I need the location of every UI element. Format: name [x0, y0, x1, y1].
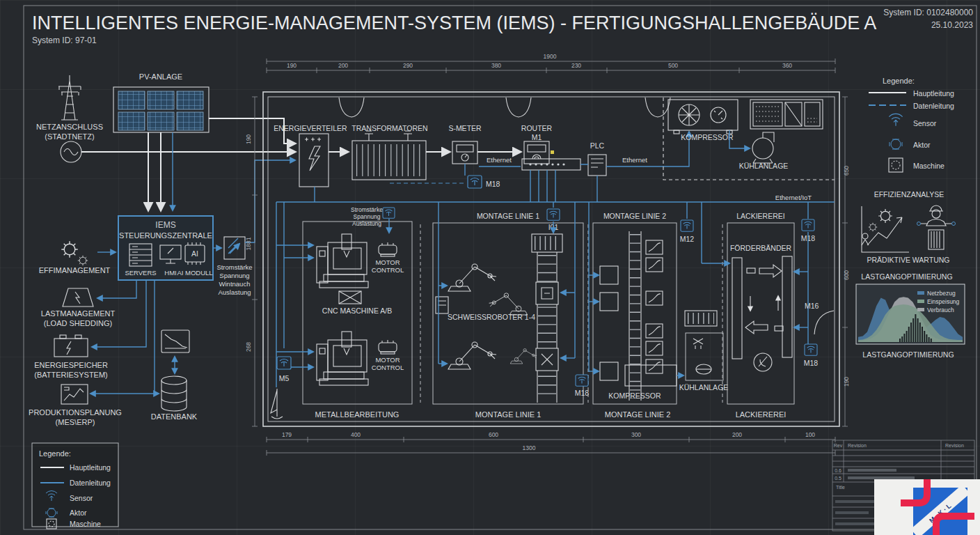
kompressor-zone-label: KOMPRESSOR	[608, 391, 661, 400]
pv-label: PV-ANLAGE	[139, 72, 182, 81]
led-indicator	[551, 150, 554, 154]
dim: 190	[287, 62, 297, 69]
ethernet-label: Ethernet	[487, 156, 512, 164]
dim: 100	[805, 431, 815, 438]
dim: 380	[491, 62, 501, 69]
dim: 200	[338, 62, 348, 69]
distribution-box	[299, 134, 329, 187]
striped-unit	[685, 311, 717, 326]
motor-control-icon	[379, 242, 397, 256]
batteriesystem-label: (BATTERIESYSTEM)	[34, 371, 108, 379]
legend-sensor: Sensor	[913, 119, 937, 127]
energieverteiler: ENERGIEVERTEILER	[274, 124, 347, 202]
plc-box	[588, 155, 606, 176]
monitor-box	[646, 240, 663, 254]
transformatoren-label: TRANSFORMATOREN	[351, 124, 427, 132]
measurement-node: Stromstärke Spannung Wintnauch Auslastun…	[213, 160, 295, 296]
dim: 600	[489, 431, 498, 438]
north-arrow-icon	[271, 389, 283, 419]
tb-row-no: 0.5	[835, 476, 841, 481]
m18-label: M18	[575, 389, 590, 397]
iems-title2: STEUERUNGSZENTRALE	[119, 231, 212, 240]
netzanschluss-label: NETZANSCHLUSS	[36, 123, 103, 131]
schweissroboter-label: SCHWEISSROBOTER 1-4	[448, 313, 535, 321]
motor-control-icon	[379, 340, 397, 354]
lastgangoptimierung: LASTGANGOPTIMIERUNG Netzbezug Einspeisun…	[856, 272, 965, 359]
robot-arm-icon	[448, 342, 496, 369]
transformatoren: TRANSFORMATOREN	[351, 124, 427, 180]
growth-arrow-icon	[867, 217, 902, 245]
robot-arm-icon	[448, 264, 496, 291]
montage2-top-label: MONTAGE LINIE 2	[603, 212, 666, 220]
monitor-box	[646, 324, 663, 338]
lackiererei-top-label: LACKIEREREI	[736, 212, 784, 220]
note-line: Auslastung	[352, 220, 381, 227]
dim: 190	[245, 134, 252, 144]
kuehlanlage-top: KÜHLANLAGE	[729, 130, 788, 170]
legend-swatch	[917, 308, 924, 311]
lastmanagement-label: LASTMANAGEMENT	[41, 309, 116, 318]
pv-panel	[177, 112, 203, 130]
page-title: INTELLIGENTES ENERGIE-MANAGEMENT-SYSTEM …	[32, 13, 876, 33]
plc-label: PLC	[590, 141, 605, 150]
energiespeicher-label: ENERGIESPEICHER	[34, 361, 108, 369]
conveyor-belt	[782, 256, 792, 357]
foerderbaender-label: FÖRDERBÄNDER	[730, 244, 792, 252]
monitor-box	[646, 291, 663, 305]
dim: 290	[403, 62, 413, 69]
legend-hauptleitung: Hauptleitung	[913, 89, 954, 98]
note-line: Auslastung	[218, 288, 251, 296]
legend-datenleitung: Datenleitung	[913, 102, 954, 110]
dim: 190	[843, 377, 850, 387]
battery-icon	[54, 339, 88, 357]
database-icon	[161, 376, 187, 385]
load-shedding-label: (LOAD SHEDDING)	[44, 319, 112, 327]
dim: 1881	[245, 237, 252, 250]
legend-aktor: Aktor	[70, 509, 87, 517]
cooling-tank-icon	[752, 138, 773, 159]
sensor-icon	[547, 209, 560, 220]
router: ROUTER M1 Ethernet	[479, 124, 580, 202]
blueprint-canvas: INTELLIGENTES ENERGIE-MANAGEMENT-SYSTEM …	[0, 0, 980, 535]
energiespeicher: ENERGIESPEICHER (BATTERIESYSTEM)	[34, 280, 146, 379]
cnc-label: CNC MASCHINE A/B	[322, 307, 392, 315]
motor-label: MOTOR	[375, 356, 400, 364]
montage2-bottom-label: MONTAGE LINIE 2	[605, 410, 671, 419]
m18b-label: M18	[804, 359, 819, 367]
m18-sensor-top: M18	[468, 176, 500, 188]
kuehlanlage-top-label: KÜHLANLAGE	[739, 162, 789, 170]
kompressor-unit	[625, 365, 677, 386]
s-meter: S-METER	[390, 124, 482, 183]
note-line: Stromstärke	[216, 263, 252, 271]
m18-top-label: M18	[486, 180, 500, 188]
lastmanagement: LASTMANAGEMENT (LOAD SHEDDING)	[41, 280, 136, 327]
monitor-box	[646, 341, 663, 355]
effizienzanalyse-label: EFFIZIENZANALYSE	[874, 190, 945, 199]
dim-top-total: 1900	[544, 53, 557, 60]
m5-label: M5	[279, 374, 290, 382]
sensor-icon	[277, 357, 291, 369]
zone-kuehlanlage: KÜHLANLAGE	[677, 311, 728, 391]
chart-legend-einspeisung: Einspeisung	[927, 298, 960, 305]
sine-glyph	[64, 149, 78, 155]
monitor-box	[646, 359, 663, 373]
measurement-box	[224, 237, 245, 259]
legend-swatch	[917, 300, 924, 303]
m12-label: M12	[680, 235, 695, 243]
tb-title-label: Title	[836, 485, 845, 490]
dim: 360	[782, 62, 792, 69]
dim: 600	[843, 270, 850, 280]
zone-montage-linie-2: MONTAGE LINIE 2 M12 M18 KOMPRESSOR MONTA…	[575, 202, 695, 419]
cnc-machine-icon	[317, 332, 368, 385]
sensor-icon	[802, 219, 814, 231]
gear-icon	[78, 256, 88, 265]
note-line: Spannung	[354, 213, 381, 220]
sensor-icon	[383, 208, 395, 218]
dim: 500	[668, 62, 678, 69]
montage1-bottom-label: MONTAGE LINIE 1	[475, 410, 542, 419]
hvac-unit	[750, 100, 823, 129]
note-line: Spannung	[219, 272, 249, 279]
router-m1-label: M1	[532, 133, 542, 141]
legend-swatch	[917, 291, 924, 295]
iems-title: IEMS	[155, 220, 175, 230]
